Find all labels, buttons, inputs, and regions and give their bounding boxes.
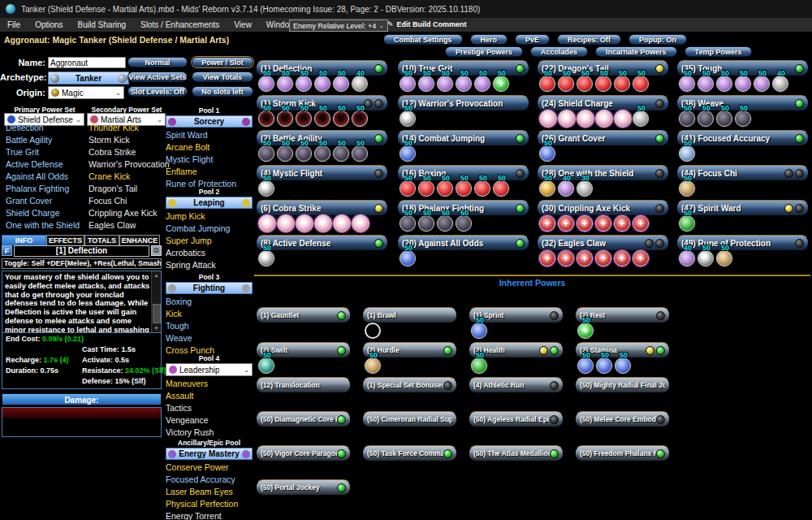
power-50-task-force-commander[interactable]: (50) Task Force Commander	[362, 445, 457, 462]
pool-item-acrobatics[interactable]: Acrobatics	[166, 247, 253, 259]
tab-enhance[interactable]: ENHANCE	[119, 235, 160, 245]
power-bar[interactable]: (50) Freedom Phalanx Reserve	[575, 445, 670, 462]
pool-item-laser-beam-eyes[interactable]: Laser Beam Eyes	[166, 486, 253, 498]
enhancement-slot[interactable]: 50	[418, 174, 436, 199]
enhancement-slot[interactable]: +	[558, 209, 576, 234]
power-32-eagles-claw[interactable]: (32) Eagles Claw++++++	[537, 235, 669, 251]
enhancement-slot[interactable]	[258, 209, 276, 234]
enhancement-slot[interactable]: 50	[418, 69, 436, 94]
powerset-item-shield-charge[interactable]: Shield Charge	[6, 207, 87, 219]
power-1-special-set-bonuses[interactable]: (1) Special Set Bonuses	[362, 377, 457, 393]
enhancement-slot[interactable]	[314, 209, 332, 234]
power-2-health[interactable]: (2) Health50	[469, 342, 564, 358]
power-38-weave[interactable]: (38) Weave50505050	[676, 95, 809, 111]
menu-options[interactable]: Options	[28, 20, 70, 29]
enhancement-slot[interactable]: 40	[772, 69, 790, 94]
pool-select-leaping[interactable]: Leaping	[166, 197, 253, 209]
power-50-mighty-radial-final-judgement[interactable]: (50) Mighty Radial Final Judgement	[575, 377, 670, 393]
pool-item-jump-kick[interactable]: Jump Kick	[166, 210, 253, 223]
detach-icon[interactable]: ⧉	[151, 245, 162, 256]
enhancement-slot[interactable]: 50	[437, 174, 455, 199]
pool-item-maneuvers[interactable]: Maneuvers	[166, 378, 253, 390]
pool-item-victory-rush[interactable]: Victory Rush	[166, 427, 253, 439]
powerset-item-phalanx-fighting[interactable]: Phalanx Fighting	[6, 183, 87, 195]
power-47-spirit-ward[interactable]: (47) Spirit Ward50	[676, 200, 809, 216]
edit-build-comment-button[interactable]: ✎ Edit Build Comment	[387, 20, 467, 28]
button-hero[interactable]: Hero	[470, 34, 508, 45]
power-1-gauntlet[interactable]: (1) Gauntlet	[256, 307, 351, 323]
menu-file[interactable]: File	[0, 20, 28, 29]
button-popup-on[interactable]: Popup: On	[628, 34, 687, 45]
power-18-phalanx-fighting[interactable]: (18) Phalanx Fighting50505050	[397, 200, 529, 216]
enhancement-slot[interactable]: 50	[754, 69, 771, 94]
power-14-combat-jumping[interactable]: (14) Combat Jumping50	[397, 130, 529, 146]
power-bar[interactable]: (12) Translocation	[256, 377, 351, 393]
enhancement-slot[interactable]: +	[577, 244, 594, 269]
power-4-athletic-run[interactable]: (4) Athletic Run	[469, 377, 564, 393]
powerset-item-active-defense[interactable]: Active Defense	[6, 158, 87, 171]
button-temp-powers[interactable]: Temp Powers	[685, 46, 753, 57]
power-22-dragon-s-tail[interactable]: (22) Dragon's Tail505050505050	[537, 60, 669, 76]
enhancement-slot[interactable]: 50	[258, 244, 276, 269]
power-2-swift[interactable]: (2) Swift50	[256, 342, 351, 358]
enhancement-slot[interactable]: 50	[615, 351, 633, 376]
name-input[interactable]	[48, 57, 126, 68]
powerset-item-thunder-kick[interactable]: Thunder Kick	[89, 122, 170, 134]
power-50-portal-jockey[interactable]: (50) Portal Jockey	[256, 479, 351, 496]
enhancement-slot[interactable]: 50	[539, 69, 557, 94]
tab-info[interactable]: INFO	[2, 235, 46, 245]
powerset-item-crippling-axe-kick[interactable]: Crippling Axe Kick	[89, 207, 170, 219]
pool-item-boxing[interactable]: Boxing	[166, 296, 253, 308]
power-41-focused-accuracy[interactable]: (41) Focused Accuracy50	[676, 130, 809, 146]
enhancement-slot[interactable]: +	[633, 209, 650, 234]
power-1-sprint[interactable]: (1) Sprint50	[469, 307, 564, 323]
enhancement-slot[interactable]: 50	[558, 69, 576, 94]
enhancement-slot[interactable]: 50	[456, 174, 473, 199]
enhancement-slot[interactable]: 50	[258, 104, 276, 129]
enhancement-slot[interactable]: 50	[679, 69, 697, 94]
power-50-freedom-phalanx-reserve[interactable]: (50) Freedom Phalanx Reserve	[575, 445, 670, 462]
button-pve[interactable]: PvE	[515, 34, 550, 45]
enhancement-slot[interactable]: 50	[735, 69, 753, 94]
enhancement-slot[interactable]: 50+	[577, 316, 595, 341]
power-2-battle-agility[interactable]: (2) Battle Agility505050505050	[256, 130, 388, 146]
powerset-item-battle-agility[interactable]: Battle Agility	[6, 134, 87, 146]
power-28-one-with-the-shield[interactable]: (28) One with the Shield504030	[537, 165, 669, 181]
enhancement-slot[interactable]: 50	[596, 351, 614, 376]
power-50-the-atlas-medallion[interactable]: (50) The Atlas Medallion	[469, 445, 564, 462]
tab-totals[interactable]: TOTALS	[84, 235, 119, 245]
enhancement-slot[interactable]	[614, 104, 632, 129]
power-24-shield-charge[interactable]: (24) Shield Charge50	[537, 95, 669, 111]
powerset-item-eagles-claw[interactable]: Eagles Claw	[89, 219, 170, 232]
tab-effects[interactable]: EFFECTS	[46, 235, 84, 245]
power-2-hurdle[interactable]: (2) Hurdle50	[362, 342, 457, 358]
enhancement-slot[interactable]: 50	[314, 104, 332, 129]
enhancement-slot[interactable]: 50	[471, 316, 489, 341]
enhancement-slot[interactable]: 50	[314, 69, 332, 94]
power-30-crippling-axe-kick[interactable]: (30) Crippling Axe Kick++++++	[537, 200, 669, 216]
enhancement-slot[interactable]: 50	[258, 69, 276, 94]
enhancement-slot[interactable]: 50	[577, 69, 594, 94]
enhancement-slot[interactable]: 50	[716, 69, 734, 94]
enhancement-slot[interactable]: 50	[456, 209, 473, 234]
enhancement-slot[interactable]: 50	[698, 104, 715, 129]
power-2-stamina[interactable]: (2) Stamina505050	[575, 342, 670, 358]
enhancement-slot[interactable]	[365, 316, 382, 341]
enhancement-slot[interactable]: 50	[679, 139, 697, 164]
pool-item-vengeance[interactable]: Vengeance	[166, 414, 253, 427]
pool-select-fighting[interactable]: Fighting	[166, 282, 253, 294]
enhancement-slot[interactable]: 50	[400, 209, 417, 234]
enhancement-slot[interactable]: +	[614, 209, 632, 234]
enhancement-slot[interactable]: 50	[698, 69, 715, 94]
enhancement-slot[interactable]	[277, 209, 295, 234]
enhancement-slot[interactable]: +	[614, 244, 632, 269]
menu-build-sharing[interactable]: Build Sharing	[71, 20, 133, 29]
power-12-translocation[interactable]: (12) Translocation	[256, 377, 351, 393]
enhancement-slot[interactable]: 50	[277, 139, 295, 164]
enhancement-slot[interactable]: 40	[558, 174, 576, 199]
pool-select-energy-mastery[interactable]: Energy Mastery	[166, 448, 253, 460]
powerset-item-dragon-s-tail[interactable]: Dragon's Tail	[89, 183, 170, 195]
powerset-item-crane-kick[interactable]: Crane Kick	[89, 171, 170, 183]
power-50-diamagnetic-core-flawless-interface[interactable]: (50) Diamagnetic Core Flawless Interface	[256, 411, 351, 427]
power-slot-button[interactable]: Power / Slot	[192, 57, 253, 67]
